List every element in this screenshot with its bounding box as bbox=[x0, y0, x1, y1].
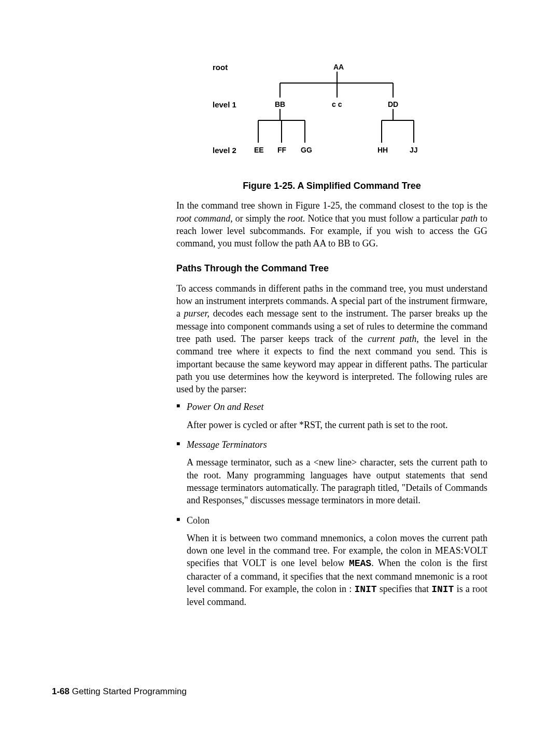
rule-message-terminators: Message Terminators A message terminator… bbox=[176, 438, 487, 506]
section-paths-title: Paths Through the Command Tree bbox=[176, 262, 487, 274]
rule1-text-a: After power is cycled or after bbox=[187, 420, 299, 430]
footer-title: Getting Started Programming bbox=[69, 686, 187, 696]
init-code-1: INIT bbox=[354, 584, 376, 595]
rule3-text-c: specifies that bbox=[377, 584, 432, 594]
rule2-body: A message terminator, such as a <new lin… bbox=[187, 456, 487, 506]
tree-lines bbox=[228, 62, 487, 156]
command-tree-figure: root level 1 level 2 AA BB c c DD EE FF … bbox=[176, 62, 487, 176]
rule3-title: Colon bbox=[187, 515, 209, 526]
intro-paragraph: In the command tree shown in Figure 1-25… bbox=[176, 199, 487, 250]
rule3-body: When it is between two command mnemonics… bbox=[187, 532, 487, 609]
page-footer: 1-68 Getting Started Programming bbox=[52, 686, 187, 698]
label-root: root bbox=[213, 62, 228, 73]
init-code-2: INIT bbox=[431, 584, 454, 595]
rst-code: *RST bbox=[299, 420, 320, 430]
rules-list: Power On and Reset After power is cycled… bbox=[176, 401, 487, 608]
rule1-title: Power On and Reset bbox=[187, 402, 263, 412]
figure-caption: Figure 1-25. A Simplified Command Tree bbox=[176, 180, 487, 192]
rule-colon: Colon When it is between two command mne… bbox=[176, 514, 487, 609]
meas-code: MEAS bbox=[349, 558, 371, 569]
paths-paragraph: To access commands in different paths in… bbox=[176, 282, 487, 396]
page-number: 1-68 bbox=[52, 686, 69, 696]
rule1-text-b: , the current path is set to the root. bbox=[320, 420, 448, 430]
rule2-title: Message Terminators bbox=[187, 439, 267, 450]
rule-power-on: Power On and Reset After power is cycled… bbox=[176, 401, 487, 431]
rule1-body: After power is cycled or after *RST, the… bbox=[187, 419, 487, 431]
